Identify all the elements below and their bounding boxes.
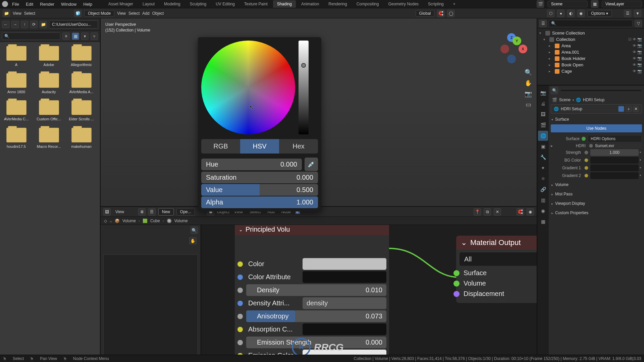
folder-item[interactable]: Anno 1800 <box>2 73 31 94</box>
tab-texture-paint[interactable]: Texture Paint <box>240 0 272 8</box>
color-socket[interactable] <box>237 261 243 267</box>
display-thumb-icon[interactable]: ▦ <box>72 33 79 40</box>
object-toggles[interactable]: 👁 📷 <box>633 44 642 48</box>
saturation-field[interactable]: Saturation0.000 <box>201 172 318 183</box>
viewport-object-menu[interactable]: Object <box>152 11 164 16</box>
folder-item[interactable]: Custom Offic... <box>35 100 63 121</box>
node-canvas[interactable]: 🔍 ✋ ⌄Principled Volu Color Color Attribu… <box>101 225 537 355</box>
path-field[interactable]: C:\Users\User\Docu... <box>49 20 98 28</box>
image-render-icon[interactable]: 🖥 <box>138 208 146 216</box>
proptab-object-icon[interactable]: ▣ <box>538 141 548 152</box>
colormode-rgb[interactable]: RGB <box>201 139 240 154</box>
aniso-socket[interactable] <box>237 314 243 319</box>
output-target-dropdown[interactable]: All⌄ <box>460 252 537 266</box>
folder-item[interactable]: Allegorithmic <box>67 46 96 67</box>
scene-icon[interactable]: 🎬 <box>537 0 544 8</box>
nav-refresh-icon[interactable]: ⟳ <box>30 21 38 28</box>
displacement-input-socket[interactable] <box>453 291 460 297</box>
menu-window[interactable]: Window <box>58 0 79 8</box>
proptab-physics-icon[interactable]: ⚛ <box>538 174 548 184</box>
value-field[interactable]: Value0.500 <box>201 184 318 196</box>
folder-item[interactable]: Elder Scrolls ... <box>67 100 96 121</box>
menu-render[interactable]: Render <box>37 0 57 8</box>
object-toggles[interactable]: 👁 📷 <box>633 63 642 67</box>
color-picker-popup[interactable]: RGB HSV Hex Hue0.000 💉 Saturation0.000 V… <box>198 37 321 212</box>
absorption-swatch[interactable] <box>303 323 386 335</box>
pin-icon[interactable]: 📍 <box>474 208 481 216</box>
proptab-modifier-icon[interactable]: 🔧 <box>538 152 548 162</box>
display-list-icon[interactable]: ≡ <box>62 33 70 40</box>
tab-geometry-nodes[interactable]: Geometry Nodes <box>384 0 423 8</box>
proportional-icon[interactable]: ◯ <box>447 10 454 17</box>
object-toggles[interactable]: 👁 📷 <box>633 69 642 73</box>
bgcolor-swatch[interactable] <box>590 157 639 164</box>
hue-field[interactable]: Hue0.000 <box>201 159 302 170</box>
colormode-hex[interactable]: Hex <box>279 139 318 154</box>
proptab-scene-icon[interactable]: 🎬 <box>538 120 548 130</box>
image-new-button[interactable]: New <box>158 208 174 216</box>
surface-value-field[interactable]: HDRI Options <box>588 135 642 142</box>
proptab-data-icon[interactable]: ▥ <box>538 195 548 205</box>
collection-toggles[interactable]: ☑ 👁 📷 <box>628 37 642 42</box>
viewlayer-icon[interactable]: ▦ <box>591 0 598 8</box>
proptab-world-icon[interactable]: 🌐 <box>538 131 548 141</box>
surface-input-socket[interactable] <box>453 270 460 276</box>
axis-y-icon[interactable]: Y <box>513 37 521 45</box>
outliner-object-row[interactable]: ▸Cage👁 📷 <box>538 68 643 74</box>
outliner-object-row[interactable]: ▸Book Holder👁 📷 <box>538 55 643 62</box>
mistpass-section-header[interactable]: ▸Mist Pass <box>551 190 642 198</box>
color-wheel[interactable] <box>201 41 295 134</box>
density-attr-field[interactable]: density <box>303 297 386 309</box>
viewportdisplay-section-header[interactable]: ▸Viewport Display <box>551 200 642 207</box>
expand-hdri-icon[interactable]: ▸ <box>551 143 555 148</box>
pan-preview-icon[interactable]: ✋ <box>189 237 197 244</box>
prop-search-input[interactable] <box>560 89 642 92</box>
outliner-filter-funnel-icon[interactable]: ▽ <box>635 20 642 27</box>
prop-search-icon[interactable]: 🔍 <box>551 87 558 94</box>
color-attr-socket[interactable] <box>237 275 243 280</box>
image-open-button[interactable]: Ope... <box>176 208 195 216</box>
viewport-options-dropdown[interactable]: Options ▾ <box>587 10 612 17</box>
app-logo[interactable] <box>2 1 8 7</box>
customprops-section-header[interactable]: ▸Custom Properties <box>551 209 642 217</box>
gradient1-swatch[interactable] <box>590 165 639 171</box>
world-fake-user-icon[interactable] <box>618 106 624 112</box>
alpha-field[interactable]: Alpha1.000 <box>201 196 318 208</box>
proptab-constraint-icon[interactable]: 🔗 <box>538 184 548 194</box>
volume-input-socket[interactable] <box>453 281 460 287</box>
wheel-cursor[interactable] <box>245 83 249 87</box>
proptab-output-icon[interactable]: 🖨 <box>538 99 548 109</box>
preview-grid[interactable] <box>103 254 198 355</box>
tab-rendering[interactable]: Rendering <box>324 0 351 8</box>
tab-layout[interactable]: Layout <box>139 0 159 8</box>
outliner-filter-icon[interactable]: ▼ <box>634 10 641 17</box>
viewport[interactable]: User Perspective (152) Collection | Volu… <box>101 18 537 206</box>
filebrowser-select-menu[interactable]: Select <box>24 11 35 16</box>
menu-edit[interactable]: Edit <box>23 0 36 8</box>
proptab-material-icon[interactable]: ◉ <box>538 206 548 216</box>
nav-newfolder-icon[interactable]: 📁 <box>40 21 47 28</box>
shading-wireframe-icon[interactable]: ⬡ <box>547 10 554 17</box>
snap-icon[interactable]: 🧲 <box>437 10 444 17</box>
image-menu-icon[interactable]: ☰ <box>148 208 156 216</box>
strength-field[interactable]: 1.000 <box>590 149 639 156</box>
anisotropy-field[interactable]: Anisotropy0.073 <box>246 310 386 322</box>
pan-hand-icon[interactable]: ✋ <box>525 79 532 87</box>
object-toggles[interactable]: 👁 📷 <box>633 56 642 61</box>
axis-minus-z-icon[interactable] <box>507 55 516 63</box>
outliner-editor-icon[interactable]: ☰ <box>624 10 631 17</box>
folder-item[interactable]: A <box>2 46 31 67</box>
principled-volume-node[interactable]: ⌄Principled Volu Color Color Attribute D… <box>235 225 389 355</box>
proptab-texture-icon[interactable]: ▦ <box>538 217 548 227</box>
shading-matprev-icon[interactable]: ◐ <box>567 10 575 17</box>
viewport-view-menu[interactable]: View <box>117 11 126 16</box>
tab-animation[interactable]: Animation <box>297 0 323 8</box>
menu-file[interactable]: File <box>9 0 22 8</box>
collapse-output-icon[interactable]: ⌄ <box>461 238 467 247</box>
scene-collection-item[interactable]: Scene Collection <box>552 31 642 36</box>
color-attr-field[interactable] <box>303 271 386 283</box>
menu-help[interactable]: Help <box>80 0 95 8</box>
tab-asset-manager[interactable]: Asset Mnager <box>104 0 137 8</box>
density-field[interactable]: Density0.010 <box>246 284 386 296</box>
world-unlink-icon[interactable]: ✕ <box>633 106 639 112</box>
